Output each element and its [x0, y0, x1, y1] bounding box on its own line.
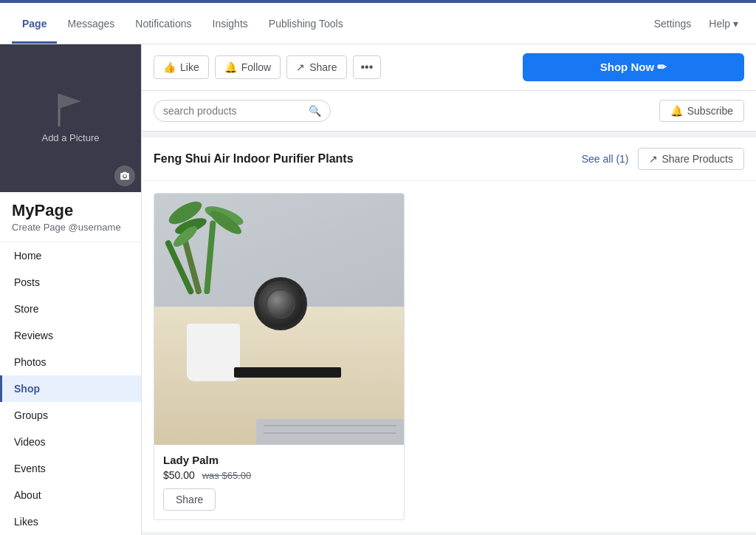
tab-notifications[interactable]: Notifications: [125, 6, 202, 44]
product-image-inner: [154, 194, 404, 445]
product-card: Lady Palm $50.00 was $65.00 Share: [154, 193, 405, 520]
search-bar-row: 🔍 🔔 Subscribe: [142, 91, 756, 132]
add-picture-label: Add a Picture: [41, 132, 99, 143]
main-layout: Add a Picture MyPage Create Page @userna…: [0, 44, 756, 535]
more-button[interactable]: •••: [353, 55, 382, 79]
product-image: [154, 194, 404, 445]
content-area: 👍 Like 🔔 Follow ↗ Share ••• Shop Now ✏: [142, 44, 756, 535]
sidebar-item-about[interactable]: About: [0, 482, 141, 508]
tab-insights[interactable]: Insights: [202, 6, 258, 44]
product-original-price: was $65.00: [202, 470, 252, 481]
flag-icon: [48, 88, 92, 132]
products-section-title: Feng Shui Air Indoor Purifier Plants: [154, 152, 354, 166]
action-buttons-left: 👍 Like 🔔 Follow ↗ Share •••: [154, 55, 381, 79]
thumbs-up-icon: 👍: [163, 61, 176, 73]
products-header-right: See all (1) ↗ Share Products: [582, 148, 744, 170]
camera-svg: [120, 171, 130, 181]
search-input-wrap: 🔍: [154, 100, 331, 122]
subscribe-button[interactable]: 🔔 Subscribe: [659, 100, 744, 122]
share-button[interactable]: ↗ Share: [286, 55, 346, 79]
like-button[interactable]: 👍 Like: [154, 55, 209, 79]
profile-picture-area[interactable]: Add a Picture: [0, 44, 141, 192]
tab-page[interactable]: Page: [12, 6, 57, 44]
shop-now-label: Shop Now ✏: [600, 61, 667, 74]
share-label: Share: [309, 61, 337, 73]
see-all-link[interactable]: See all (1): [582, 153, 629, 165]
subscribe-bell-icon: 🔔: [670, 105, 683, 117]
products-header: Feng Shui Air Indoor Purifier Plants See…: [142, 137, 756, 181]
like-label: Like: [180, 61, 199, 73]
product-price-value: $50.00: [163, 469, 195, 481]
plant-leaves: [167, 205, 255, 294]
share-products-icon: ↗: [649, 153, 658, 165]
follow-button[interactable]: 🔔 Follow: [215, 55, 281, 79]
product-price: $50.00 was $65.00: [163, 469, 395, 481]
nav-tabs: Page Messages Notifications Insights Pub…: [12, 3, 354, 44]
share-products-label: Share Products: [662, 153, 734, 165]
sidebar-item-shop[interactable]: Shop: [0, 375, 141, 402]
sidebar-item-photos[interactable]: Photos: [0, 349, 141, 375]
book-base: [234, 367, 341, 378]
profile-placeholder: Add a Picture: [41, 44, 99, 192]
follow-label: Follow: [241, 61, 271, 73]
sidebar-item-reviews[interactable]: Reviews: [0, 322, 141, 349]
sidebar-item-videos[interactable]: Videos: [0, 429, 141, 455]
search-input[interactable]: [163, 105, 309, 117]
plant-pot: [187, 324, 240, 381]
shop-now-button[interactable]: Shop Now ✏: [523, 53, 744, 81]
search-icon: 🔍: [309, 105, 321, 117]
page-username: Create Page @username: [0, 222, 141, 242]
help-link[interactable]: Help ▾: [703, 18, 744, 30]
tab-publishing-tools[interactable]: Publishing Tools: [258, 6, 354, 44]
sidebar: Add a Picture MyPage Create Page @userna…: [0, 44, 142, 535]
tab-messages[interactable]: Messages: [57, 6, 125, 44]
camera-icon: [114, 166, 135, 186]
laptop-keyboard: [256, 419, 404, 445]
more-icon: •••: [361, 61, 374, 73]
sidebar-item-events[interactable]: Events: [0, 455, 141, 482]
sidebar-item-store[interactable]: Store: [0, 296, 141, 322]
settings-link[interactable]: Settings: [648, 18, 698, 30]
bell-icon: 🔔: [224, 61, 237, 73]
product-name: Lady Palm: [163, 454, 395, 466]
share-products-button[interactable]: ↗ Share Products: [638, 148, 745, 170]
camera-lens: [254, 277, 307, 330]
product-grid: Lady Palm $50.00 was $65.00 Share: [142, 181, 756, 532]
products-section: Feng Shui Air Indoor Purifier Plants See…: [142, 137, 756, 532]
action-bar: 👍 Like 🔔 Follow ↗ Share ••• Shop Now ✏: [142, 44, 756, 91]
page-name: MyPage: [0, 192, 141, 222]
share-icon: ↗: [296, 61, 305, 73]
product-info: Lady Palm $50.00 was $65.00 Share: [154, 445, 404, 519]
sidebar-item-posts[interactable]: Posts: [0, 269, 141, 296]
sidebar-item-groups[interactable]: Groups: [0, 402, 141, 429]
sidebar-item-home[interactable]: Home: [0, 242, 141, 269]
product-share-button[interactable]: Share: [163, 488, 216, 511]
sidebar-nav: Home Posts Store Reviews Photos Shop Gro…: [0, 242, 141, 535]
nav-right: Settings Help ▾: [648, 3, 744, 44]
sidebar-item-likes[interactable]: Likes: [0, 508, 141, 535]
top-navigation: Page Messages Notifications Insights Pub…: [0, 3, 756, 44]
svg-marker-1: [59, 94, 81, 109]
subscribe-label: Subscribe: [687, 105, 733, 117]
